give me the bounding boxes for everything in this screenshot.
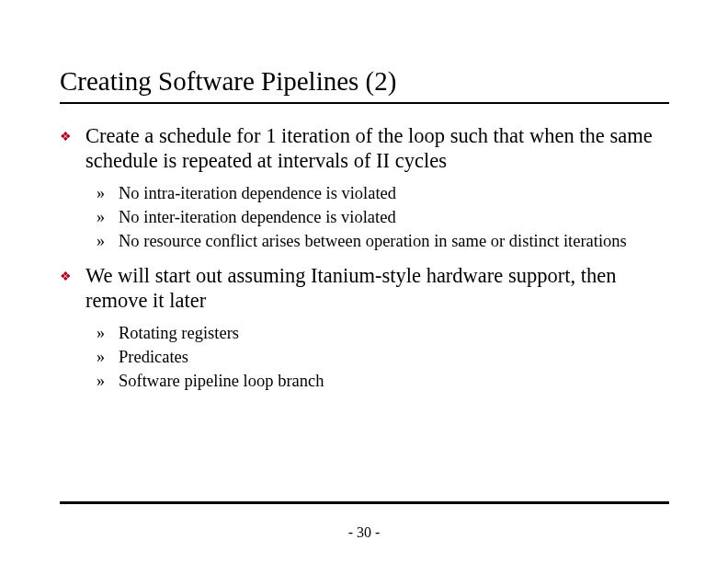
bullet-text: Create a schedule for 1 iteration of the… xyxy=(85,123,669,173)
bullet-text: We will start out assuming Itanium-style… xyxy=(85,263,669,313)
sub-bullet-text: Rotating registers xyxy=(119,322,239,344)
sublist: » Rotating registers » Predicates » Soft… xyxy=(97,322,669,392)
footer-rule xyxy=(60,501,669,504)
raquo-icon: » xyxy=(97,230,119,252)
sub-bullet-text: Software pipeline loop branch xyxy=(119,370,324,392)
sub-bullet-text: No inter-iteration dependence is violate… xyxy=(119,206,396,228)
raquo-icon: » xyxy=(97,346,119,368)
sublist: » No intra-iteration dependence is viola… xyxy=(97,182,669,252)
list-item: » Software pipeline loop branch xyxy=(97,370,669,392)
raquo-icon: » xyxy=(97,322,119,344)
title-underline xyxy=(60,102,669,104)
diamond-icon: ❖ xyxy=(60,123,85,173)
list-item: » No inter-iteration dependence is viola… xyxy=(97,206,669,228)
list-item: » No resource conflict arises between op… xyxy=(97,230,669,252)
raquo-icon: » xyxy=(97,206,119,228)
list-item: » Predicates xyxy=(97,346,669,368)
list-item: » Rotating registers xyxy=(97,322,669,344)
list-item: » No intra-iteration dependence is viola… xyxy=(97,182,669,204)
list-item: ❖ We will start out assuming Itanium-sty… xyxy=(60,263,669,313)
page-title: Creating Software Pipelines (2) xyxy=(60,66,669,100)
page-number: - 30 - xyxy=(0,524,728,541)
title-block: Creating Software Pipelines (2) xyxy=(60,66,669,104)
raquo-icon: » xyxy=(97,182,119,204)
sub-bullet-text: Predicates xyxy=(119,346,188,368)
sub-bullet-text: No intra-iteration dependence is violate… xyxy=(119,182,396,204)
body: ❖ Create a schedule for 1 iteration of t… xyxy=(60,123,669,401)
list-item: ❖ Create a schedule for 1 iteration of t… xyxy=(60,123,669,173)
slide: Creating Software Pipelines (2) ❖ Create… xyxy=(0,0,728,563)
diamond-icon: ❖ xyxy=(60,263,85,313)
sub-bullet-text: No resource conflict arises between oper… xyxy=(119,230,627,252)
raquo-icon: » xyxy=(97,370,119,392)
